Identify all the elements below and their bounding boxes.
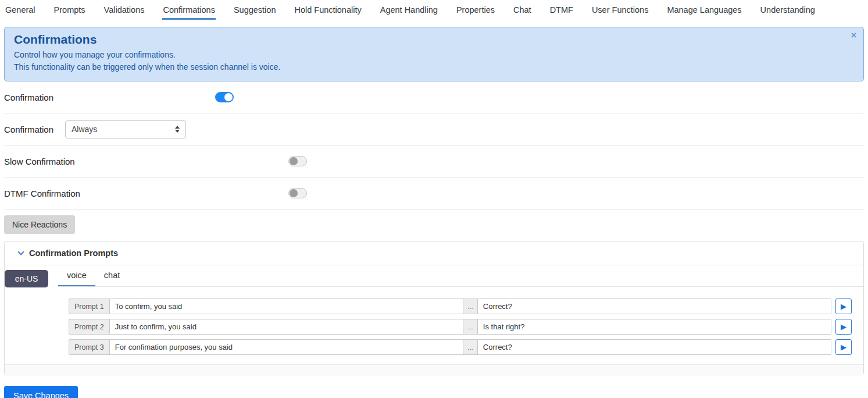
slow-confirmation-label: Slow Confirmation [4, 157, 288, 166]
tab-chat[interactable]: Chat [513, 3, 532, 20]
slow-confirmation-toggle[interactable] [288, 156, 307, 166]
confirmation-prompts-panel: Confirmation Prompts en-US voice chat Pr… [4, 241, 864, 375]
prompt-1-more-button[interactable]: ... [463, 298, 478, 314]
tab-user-functions[interactable]: User Functions [591, 3, 649, 20]
toggle-knob [290, 189, 298, 197]
top-nav: General Prompts Validations Confirmation… [4, 0, 864, 20]
prompt-3-text-input[interactable] [109, 339, 463, 355]
close-icon[interactable]: × [851, 31, 856, 40]
prompts-column: voice chat Prompt 1 ... ▶ Prompt 2 .. [58, 265, 863, 364]
language-column: en-US [5, 265, 58, 364]
toggle-knob [224, 93, 233, 101]
tab-properties[interactable]: Properties [456, 3, 495, 20]
confirmation-toggle-row: Confirmation [4, 81, 864, 113]
dtmf-confirmation-row: DTMF Confirmation [4, 177, 864, 209]
language-badge[interactable]: en-US [5, 270, 48, 287]
panel-title: Confirmation Prompts [29, 248, 118, 258]
prompt-1-question-input[interactable] [478, 298, 831, 314]
tab-prompts[interactable]: Prompts [53, 3, 86, 20]
tab-validations[interactable]: Validations [103, 3, 145, 20]
banner-description-2: This functionality can be triggered only… [14, 61, 840, 73]
prompt-1-text-input[interactable] [109, 298, 463, 314]
nice-reactions-button[interactable]: Nice Reactions [4, 215, 75, 234]
tab-chat-channel[interactable]: chat [95, 265, 128, 286]
toggle-knob [290, 157, 298, 165]
prompt-3-label: Prompt 3 [69, 339, 109, 355]
dtmf-confirmation-label: DTMF Confirmation [4, 189, 288, 198]
prompt-row-3: Prompt 3 ... ▶ [69, 339, 852, 355]
confirmation-mode-row: Confirmation Always [4, 113, 864, 145]
dtmf-confirmation-toggle[interactable] [288, 188, 307, 198]
tab-general[interactable]: General [5, 3, 36, 20]
confirmation-toggle[interactable] [215, 92, 234, 102]
banner-title: Confirmations [14, 33, 840, 47]
prompt-3-play-button[interactable]: ▶ [835, 339, 852, 355]
tab-voice[interactable]: voice [58, 265, 95, 286]
prompt-3-more-button[interactable]: ... [463, 339, 478, 355]
confirmations-banner: Confirmations Control how you manage you… [4, 27, 864, 81]
tab-hold-functionality[interactable]: Hold Functionality [294, 3, 362, 20]
confirmation-toggle-label: Confirmation [4, 93, 215, 102]
channel-tabs: voice chat [58, 265, 863, 287]
prompt-2-play-button[interactable]: ▶ [835, 319, 852, 335]
prompt-2-question-input[interactable] [478, 319, 831, 335]
tab-confirmations[interactable]: Confirmations [162, 3, 215, 20]
prompt-1-label: Prompt 1 [69, 298, 109, 314]
prompt-row-2: Prompt 2 ... ▶ [69, 319, 852, 335]
prompt-2-label: Prompt 2 [69, 319, 109, 335]
confirmation-prompts-header[interactable]: Confirmation Prompts [5, 241, 863, 265]
prompt-2-more-button[interactable]: ... [463, 319, 478, 335]
select-arrows-icon [175, 126, 180, 133]
panel-footer [5, 364, 863, 375]
tab-understanding[interactable]: Understanding [760, 3, 816, 20]
play-icon: ▶ [841, 303, 846, 310]
tab-agent-handling[interactable]: Agent Handling [380, 3, 438, 20]
confirmation-mode-select[interactable]: Always [65, 120, 186, 138]
tab-manage-languages[interactable]: Manage Languages [666, 3, 742, 20]
panel-body: en-US voice chat Prompt 1 ... ▶ [5, 265, 863, 364]
prompt-row-1: Prompt 1 ... ▶ [69, 298, 852, 314]
prompt-3-question-input[interactable] [478, 339, 831, 355]
tab-suggestion[interactable]: Suggestion [233, 3, 277, 20]
confirmation-mode-label: Confirmation [4, 125, 65, 134]
play-icon: ▶ [841, 323, 846, 331]
page: General Prompts Validations Confirmation… [0, 0, 868, 398]
prompt-rows: Prompt 1 ... ▶ Prompt 2 ... ▶ [58, 287, 863, 364]
banner-description-1: Control how you manage your confirmation… [14, 49, 840, 61]
play-icon: ▶ [841, 343, 846, 351]
prompt-1-play-button[interactable]: ▶ [835, 298, 852, 314]
tab-dtmf[interactable]: DTMF [549, 3, 574, 20]
prompt-2-text-input[interactable] [109, 319, 463, 335]
confirmation-mode-value: Always [72, 125, 97, 134]
chevron-down-icon [17, 248, 24, 255]
save-changes-button[interactable]: Save Changes [4, 386, 78, 398]
slow-confirmation-row: Slow Confirmation [4, 145, 864, 177]
